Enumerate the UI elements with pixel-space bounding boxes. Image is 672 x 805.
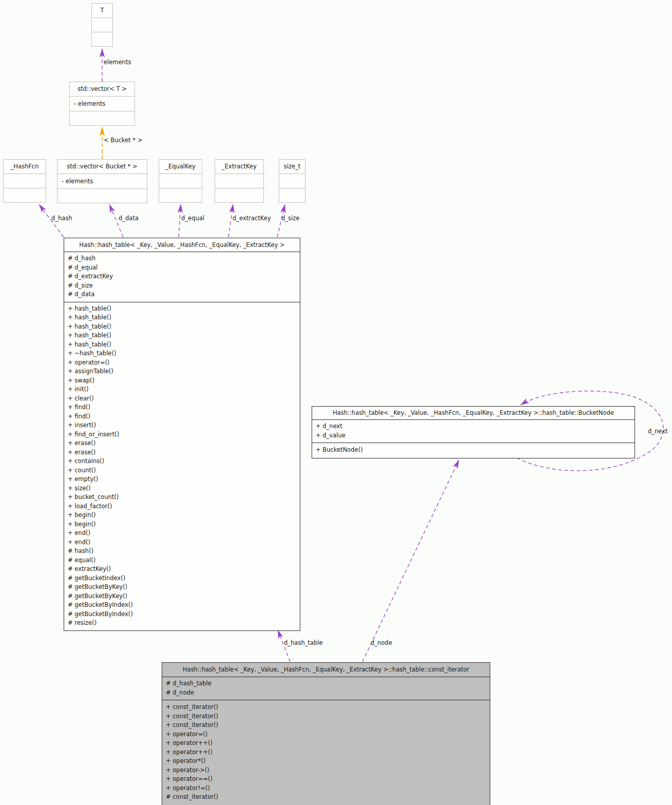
method-row: + find_or_insert() — [64, 430, 300, 439]
methods-section — [279, 188, 305, 202]
method-row: + hash_table() — [64, 313, 300, 322]
method-row: + hash_table() — [64, 304, 300, 314]
class-title: Hash::hash_table< _Key, _Value, _HashFcn… — [162, 663, 490, 677]
edge-label-d-node: d_node — [371, 640, 392, 646]
attribute-row: # d_hash — [64, 254, 300, 263]
attribute-row: - elements — [70, 97, 135, 111]
method-row: + count() — [64, 466, 300, 475]
method-row: + begin() — [64, 520, 300, 529]
attributes-section — [4, 174, 46, 188]
method-row: + operator==() — [162, 775, 490, 784]
method-row: + hash_table() — [64, 322, 300, 332]
methods-section — [57, 188, 147, 203]
methods-section — [92, 32, 112, 46]
attribute-row: # d_size — [64, 281, 300, 291]
attribute-row: # d_node — [162, 688, 490, 698]
method-row: # getBucketByKey() — [64, 592, 300, 601]
method-row: + BucketNode() — [312, 446, 635, 455]
method-row: + erase() — [64, 448, 300, 457]
class-title: _HashFcn — [4, 160, 46, 174]
attributes-section — [215, 174, 263, 188]
edge-label-d-hash: d_hash — [51, 215, 72, 222]
method-row: + const_iterator() — [162, 703, 490, 712]
method-row: + end() — [64, 538, 300, 547]
class-box-sizet: size_t — [279, 159, 305, 203]
method-row: + erase() — [64, 439, 300, 448]
class-title: _ExtractKey — [215, 160, 263, 174]
methods-section: + const_iterator()+ const_iterator()+ co… — [162, 700, 490, 805]
attributes-section — [92, 17, 112, 32]
method-row: + operator++() — [162, 739, 490, 748]
method-row: + operator=() — [64, 358, 300, 368]
method-row: + operator!=() — [162, 784, 490, 793]
class-box-t: T — [91, 3, 113, 47]
method-row: + operator=() — [162, 730, 490, 739]
method-row: + clear() — [64, 394, 300, 404]
method-row: + hash_table() — [64, 340, 300, 350]
method-row: # getBucketByIndex() — [64, 610, 300, 619]
method-row: + swap() — [64, 376, 300, 386]
method-row: # getBucketByKey() — [64, 583, 300, 592]
attribute-row: # d_data — [64, 290, 300, 299]
methods-section — [4, 188, 46, 202]
edge-label-d-size: d_size — [281, 215, 299, 222]
method-row: # equal() — [64, 556, 300, 565]
edge-label-elements: elements — [104, 59, 131, 66]
method-row: + assignTable() — [64, 367, 300, 376]
method-row: + init() — [64, 385, 300, 394]
attributes-section: - elements — [57, 174, 147, 188]
class-title: Hash::hash_table< _Key, _Value, _HashFcn… — [64, 238, 300, 252]
attributes-section: - elements — [70, 96, 135, 111]
edge-label-d-data: d_data — [119, 215, 139, 222]
class-box-hashfcn: _HashFcn — [3, 159, 46, 203]
method-row: + begin() — [64, 511, 300, 520]
method-row: + load_factor() — [64, 502, 300, 511]
edge-label-template-args: < Bucket * > — [104, 137, 142, 144]
method-row: + hash_table() — [64, 331, 300, 340]
edge-label-d-extractkey: d_extractKey — [233, 215, 271, 222]
method-row: + contains() — [64, 457, 300, 466]
method-row: + empty() — [64, 475, 300, 484]
method-row: + operator++() — [162, 748, 490, 757]
method-row: + operator*() — [162, 757, 490, 766]
method-row: + insert() — [64, 421, 300, 430]
class-box-extractkey: _ExtractKey — [215, 159, 264, 203]
class-title: Hash::hash_table< _Key, _Value, _HashFcn… — [312, 407, 635, 419]
edge-label-d-hash-table: d_hash_table — [284, 640, 323, 646]
class-box-bucketnode: Hash::hash_table< _Key, _Value, _HashFcn… — [312, 406, 635, 458]
class-title: T — [92, 4, 112, 17]
attributes-section — [159, 174, 202, 188]
methods-section — [215, 188, 263, 202]
attributes-section: # d_hash_table# d_node — [162, 677, 490, 700]
class-box-const-iterator: Hash::hash_table< _Key, _Value, _HashFcn… — [162, 662, 490, 805]
attributes-section: # d_hash# d_equal# d_extractKey# d_size#… — [64, 252, 300, 302]
method-row: + end() — [64, 529, 300, 538]
method-row: + const_iterator() — [162, 721, 490, 730]
attribute-row: - elements — [57, 174, 147, 188]
class-title: _EqualKey — [159, 160, 202, 174]
method-row: # resize() — [64, 619, 300, 628]
methods-section: + hash_table()+ hash_table()+ hash_table… — [64, 302, 300, 630]
edge-label-d-equal: d_equal — [181, 215, 204, 222]
class-title: std::vector< Bucket * > — [57, 160, 147, 174]
attributes-section: + d_next+ d_value — [312, 419, 635, 443]
method-row: + ~hash_table() — [64, 349, 300, 358]
method-row: # extractKey() — [64, 565, 300, 574]
method-row: # const_iterator() — [162, 793, 490, 802]
class-box-vector-bucket: std::vector< Bucket * > - elements — [57, 159, 147, 203]
attribute-row: # d_equal — [64, 263, 300, 273]
collaboration-diagram: T std::vector< T > - elements _HashFcn s… — [0, 0, 672, 805]
attribute-row: + d_value — [312, 431, 635, 440]
edge-d-node-arrow — [362, 460, 459, 662]
attribute-row: # d_extractKey — [64, 272, 300, 281]
method-row: + size() — [64, 484, 300, 493]
attributes-section — [279, 174, 305, 188]
class-box-equalkey: _EqualKey — [159, 159, 202, 203]
class-box-vector-t: std::vector< T > - elements — [69, 82, 135, 126]
method-row: + bucket_count() — [64, 493, 300, 502]
attribute-row: # d_hash_table — [162, 679, 490, 688]
method-row: # getBucketIndex() — [64, 574, 300, 583]
method-row: + const_iterator() — [162, 712, 490, 721]
method-row: + find() — [64, 403, 300, 412]
methods-section — [159, 188, 202, 202]
